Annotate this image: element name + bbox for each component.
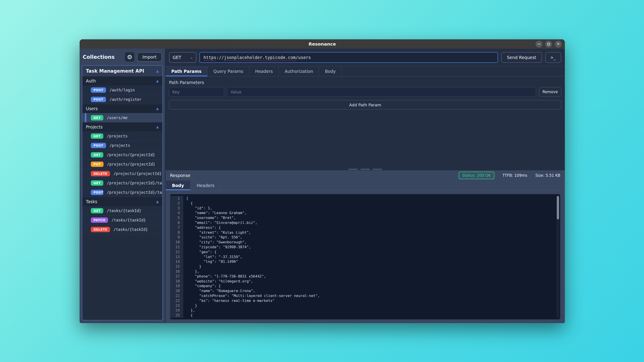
request-item[interactable]: PUT/projects/{projectId} <box>82 160 162 169</box>
request-item[interactable]: DELETE/projects/{projectId} <box>82 169 162 178</box>
scrollbar-thumb[interactable] <box>557 196 559 219</box>
method-badge: DELETE <box>91 227 110 232</box>
main-panel: GET ⌄ https://jsonplaceholder.typicode.c… <box>166 49 565 323</box>
code-line: 1[ <box>170 196 560 201</box>
line-number: 23 <box>170 303 183 308</box>
line-number: 3 <box>170 206 183 211</box>
line-content: "email": "Sincere@april.biz", <box>183 220 258 225</box>
code-line: 24 }, <box>170 308 560 313</box>
request-path: /tasks/{taskId} <box>112 218 146 222</box>
method-badge: GET <box>91 152 103 158</box>
code-line: 23 } <box>170 303 560 308</box>
request-item[interactable]: GET/projects/{projectId}/tasks <box>82 178 162 188</box>
maximize-button[interactable] <box>545 41 552 48</box>
request-item[interactable]: POST/projects <box>82 141 162 150</box>
param-key-input[interactable]: Key <box>169 87 224 96</box>
sidebar: Collections ⚙ Import Task Management API… <box>80 49 166 323</box>
request-item[interactable]: POST/auth/register <box>82 95 162 104</box>
console-button[interactable]: >_ <box>545 52 561 63</box>
line-content: "name": "Romaguera-Crona", <box>183 289 255 293</box>
line-number: 2 <box>170 201 183 206</box>
code-line: 25 { <box>170 313 560 318</box>
sidebar-section-header-users[interactable]: Users▲ <box>82 104 162 113</box>
line-number: 14 <box>170 259 183 264</box>
method-badge: GET <box>91 180 103 186</box>
add-path-param-button[interactable]: Add Path Param <box>169 100 561 109</box>
code-line: 9 "suite": "Apt. 556", <box>170 235 560 240</box>
line-content: "id": 1, <box>183 206 212 211</box>
code-line: 18 "website": "hildegard.org", <box>170 279 560 284</box>
line-number: 4 <box>170 211 183 215</box>
url-segment: jsonplaceholder.typicode.com <box>224 55 296 60</box>
request-path: /projects <box>107 134 128 138</box>
request-item[interactable]: GET/users/me <box>82 113 162 122</box>
url-segment: :// <box>216 55 224 60</box>
method-value: GET <box>173 55 190 60</box>
sidebar-section-header-projects[interactable]: Projects▲ <box>82 122 162 131</box>
tab-body[interactable]: Body <box>319 66 342 76</box>
tab-query-params[interactable]: Query Params <box>208 66 249 76</box>
section-name: Users <box>86 106 156 111</box>
import-button[interactable]: Import <box>137 52 162 62</box>
line-content: "lng": "81.1496" <box>183 259 238 264</box>
response-title: Response <box>170 173 450 178</box>
app-window: Resonance ✕ Collections ⚙ Import Task Ma… <box>80 39 565 323</box>
line-content: "name": "Leanne Graham", <box>183 211 247 215</box>
section-name: Tasks <box>86 199 156 204</box>
code-line: 3 "id": 1, <box>170 206 560 211</box>
collection-box: Task Management API ▲ Auth▲POST/auth/log… <box>82 65 163 321</box>
section-items: GET/projectsPOST/projectsGET/projects/{p… <box>82 131 162 197</box>
line-content: "zipcode": "92998-3874", <box>183 245 251 250</box>
line-number: 8 <box>170 230 183 235</box>
section-items: GET/tasks/{taskId}PATCH/tasks/{taskId}DE… <box>82 206 162 234</box>
line-content: "lat": "-37.3159", <box>183 255 242 259</box>
line-number: 24 <box>170 308 183 313</box>
settings-button[interactable]: ⚙ <box>125 52 134 62</box>
code-line: 22 "bs": "harness real-time e-markets" <box>170 298 560 303</box>
method-badge: DELETE <box>91 171 110 176</box>
line-number: 15 <box>170 264 183 269</box>
request-item[interactable]: POST/projects/{projectId}/tasks <box>82 188 162 197</box>
request-item[interactable]: GET/tasks/{taskId} <box>82 206 162 215</box>
tab-body[interactable]: Body <box>166 181 190 190</box>
request-item[interactable]: DELETE/tasks/{taskId} <box>82 225 162 234</box>
tab-headers[interactable]: Headers <box>190 181 221 190</box>
request-item[interactable]: GET/projects/{projectId} <box>82 150 162 160</box>
panel-splitter[interactable] <box>166 168 565 170</box>
tab-headers[interactable]: Headers <box>249 66 279 76</box>
section-items: POST/auth/loginPOST/auth/register <box>82 85 162 104</box>
scrollbar-track[interactable] <box>556 196 559 318</box>
code-line: 17 "phone": "1-770-736-8031 x56442", <box>170 274 560 279</box>
collection-sections: Auth▲POST/auth/loginPOST/auth/registerUs… <box>82 76 162 234</box>
tab-authorization[interactable]: Authorization <box>279 66 319 76</box>
chevron-up-icon: ▲ <box>156 107 159 111</box>
line-number: 22 <box>170 298 183 303</box>
sidebar-section-header-tasks[interactable]: Tasks▲ <box>82 197 162 206</box>
url-input[interactable]: https://jsonplaceholder.typicode.com/use… <box>200 52 498 63</box>
collection-header[interactable]: Task Management API ▲ <box>82 66 162 76</box>
request-item[interactable]: PATCH/tasks/{taskId} <box>82 215 162 225</box>
line-number: 6 <box>170 220 183 225</box>
remove-param-button[interactable]: Remove <box>539 87 561 96</box>
request-path: /tasks/{taskId} <box>107 209 141 213</box>
param-row: Key Value Remove <box>166 87 565 96</box>
send-request-button[interactable]: Send Request <box>501 52 542 63</box>
request-item[interactable]: POST/auth/login <box>82 85 162 95</box>
method-badge: PATCH <box>91 217 108 223</box>
status-badge: Status: 200 OK <box>459 172 494 179</box>
sidebar-section-header-auth[interactable]: Auth▲ <box>82 76 162 85</box>
request-item[interactable]: GET/projects <box>82 131 162 141</box>
close-button[interactable]: ✕ <box>555 41 562 48</box>
tab-path-params[interactable]: Path Params <box>166 66 208 76</box>
code-area[interactable]: 1[2 {3 "id": 1,4 "name": "Leanne Graham"… <box>170 194 560 319</box>
line-content: }, <box>183 308 195 313</box>
minimize-button[interactable] <box>536 41 542 48</box>
line-content: } <box>183 303 197 308</box>
titlebar[interactable]: Resonance ✕ <box>80 39 565 49</box>
line-content: "phone": "1-770-736-8031 x56442", <box>183 274 266 279</box>
method-select[interactable]: GET ⌄ <box>169 52 196 63</box>
line-number: 20 <box>170 289 183 293</box>
param-value-input[interactable]: Value <box>227 87 536 96</box>
line-number: 1 <box>170 196 183 201</box>
request-path: /projects/{projectId}/tasks <box>107 190 163 195</box>
